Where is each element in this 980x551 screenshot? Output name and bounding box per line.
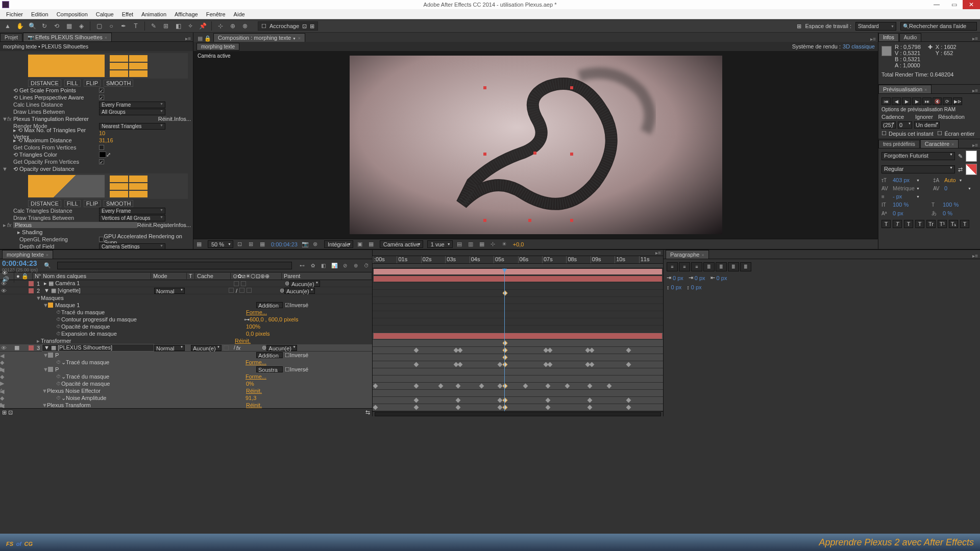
minimize-button[interactable]: — — [928, 0, 945, 9]
zoom-slider[interactable] — [375, 412, 661, 416]
panel-menu-icon[interactable]: ▸≡ — [868, 36, 878, 42]
first-frame-button[interactable]: ⏮ — [881, 97, 891, 105]
curve-smooth[interactable]: SMOOTH — [104, 80, 133, 87]
snapshot-icon[interactable]: 📷 — [302, 241, 309, 247]
prop-opacite[interactable]: Opacité de masque — [61, 323, 246, 330]
parent-dd[interactable]: Aucun(e) — [284, 288, 315, 294]
twirl-icon[interactable]: ▼ — [43, 366, 48, 372]
text-tool-icon[interactable]: T — [131, 21, 140, 31]
val-max-tri[interactable]: 10 — [99, 130, 105, 136]
val-max-dist[interactable]: 31,16 — [99, 137, 113, 143]
fx-triangulation[interactable]: Plexus Triangulation Renderer — [13, 116, 158, 122]
handle[interactable] — [570, 153, 573, 156]
rect-tool-icon[interactable]: ▢ — [94, 21, 104, 31]
tl-ico6[interactable]: ⊕ — [352, 262, 359, 269]
dd-calc-lines[interactable]: Every Frame — [99, 102, 165, 108]
col-parent[interactable]: Parent — [282, 273, 372, 279]
tab-preview[interactable]: Prévisualisation× — [878, 85, 932, 93]
alpha-icon[interactable]: ▣ — [357, 241, 364, 247]
eye-icon[interactable]: 👁 — [1, 345, 6, 351]
prev-frame-button[interactable]: ◀ — [892, 97, 901, 105]
curve-fill[interactable]: FILL — [64, 80, 81, 87]
stopwatch-icon[interactable]: ⏱ — [56, 310, 61, 315]
curve-flip[interactable]: FLIP — [84, 200, 101, 207]
layer-color[interactable] — [29, 345, 34, 350]
color-swatch[interactable] — [99, 152, 106, 158]
layer-name-2[interactable]: ▼ ▦ [vignette] — [42, 287, 154, 294]
camera-dropdown[interactable]: Caméra active — [380, 240, 423, 248]
opacite-val[interactable]: 100% — [246, 323, 260, 330]
hscale-val[interactable]: 100 % — [943, 202, 963, 208]
style-sub[interactable]: T¹ — [938, 220, 947, 228]
curve-flip[interactable]: FLIP — [84, 80, 101, 87]
fast-preview-icon[interactable]: ▥ — [468, 241, 475, 247]
grid-icon[interactable]: ⊞ — [249, 241, 256, 247]
checkbox-get-opacity[interactable] — [99, 159, 104, 164]
menu-animation[interactable]: Animation — [137, 11, 170, 17]
handle[interactable] — [528, 219, 531, 222]
stroke-color[interactable] — [966, 164, 977, 175]
brush-tool-icon[interactable]: ✎ — [149, 21, 158, 31]
tab-project[interactable]: Projet — [0, 33, 22, 41]
tab-info[interactable]: Infos — [878, 33, 899, 41]
justify-center[interactable]: ≣ — [716, 262, 727, 271]
curve-smooth[interactable]: SMOOTH — [104, 200, 133, 207]
guides-icon[interactable]: ▦ — [260, 241, 267, 247]
comp-subtab[interactable]: morphing texte — [197, 43, 239, 51]
reinit-link[interactable]: Réinit. — [246, 402, 262, 408]
eye-icon[interactable]: 👁 — [1, 288, 6, 294]
cb-inverse[interactable]: ☐ — [285, 366, 290, 373]
prop-masques[interactable]: Masques — [41, 295, 235, 301]
tl-ico3[interactable]: ◧ — [320, 262, 327, 269]
tab-character[interactable]: Caractère× — [920, 139, 959, 148]
flowchart-icon[interactable]: ⊹ — [491, 241, 498, 247]
prop-trace[interactable]: Tracé du masque — [61, 309, 246, 315]
twirl-icon[interactable]: ▸ — [2, 222, 7, 229]
snap-opt1-icon[interactable]: ⊡ — [302, 23, 307, 30]
search-icon[interactable]: 🔍 — [44, 262, 51, 269]
camera-tool-icon[interactable]: ▦ — [64, 21, 74, 31]
cb-ecran[interactable]: ☐ — [937, 130, 942, 137]
opacite-val[interactable]: 0% — [246, 381, 254, 387]
tracks[interactable] — [373, 268, 663, 411]
prop-trace[interactable]: Tracé du masque — [66, 373, 246, 380]
menu-calque[interactable]: Calque — [92, 11, 118, 17]
time-ruler[interactable]: :00s 01s 02s 03s 04s 05s 06s 07s 08s 09s… — [373, 256, 663, 264]
eraser-tool-icon[interactable]: ◧ — [174, 21, 183, 31]
col-mode[interactable]: Mode — [151, 273, 187, 279]
magnify-icon[interactable]: ▦ — [197, 241, 204, 247]
panel-menu-icon[interactable]: ▸≡ — [970, 142, 980, 148]
style-smallcaps[interactable]: T — [915, 220, 924, 228]
panel-menu-icon[interactable]: ▸≡ — [970, 88, 980, 93]
prop-noise-amp[interactable]: Noise Amplitude — [66, 395, 246, 401]
style-bold[interactable]: T — [881, 220, 891, 228]
puppet-tool-icon[interactable]: 📌 — [198, 21, 207, 31]
anchor-tool-icon[interactable]: ◈ — [77, 21, 86, 31]
maximize-button[interactable]: ▭ — [945, 0, 963, 9]
indent-val[interactable]: 0 px — [695, 275, 705, 281]
pickwhip-icon[interactable]: ⊚ — [280, 287, 284, 294]
twirl-icon[interactable]: ▼ — [36, 295, 41, 301]
col-cache[interactable]: Cache — [195, 273, 231, 279]
roto-tool-icon[interactable]: ✧ — [186, 21, 195, 31]
layer-name-1[interactable]: ▸ ▦ Caméra 1 — [42, 280, 154, 287]
fx-plexus[interactable]: Plexus — [13, 222, 137, 228]
curve-distance[interactable]: DISTANCE — [28, 80, 61, 87]
parent-dd[interactable]: Aucun(e) — [289, 281, 320, 287]
vscale-val[interactable]: 100 % — [893, 202, 913, 208]
link-infos[interactable]: Infos... — [174, 222, 191, 228]
tracking-val[interactable]: 0 — [944, 185, 965, 191]
stopwatch-icon[interactable]: ⏱ — [56, 360, 61, 365]
mute-button[interactable]: 🔇 — [933, 97, 942, 105]
justify-right[interactable]: ≣ — [728, 262, 739, 271]
nav-back-icon[interactable]: ▦ 🔒 — [195, 35, 213, 42]
twirl-icon[interactable]: ▼ — [43, 302, 48, 308]
stamp-tool-icon[interactable]: ⊞ — [161, 21, 170, 31]
indent-val[interactable]: 0 px — [717, 275, 727, 281]
mask-mode-dd[interactable]: Soustra — [256, 366, 283, 372]
next-frame-button[interactable]: ▶ — [912, 97, 921, 105]
checkbox-get-colors[interactable] — [99, 145, 104, 150]
panel-menu-icon[interactable]: ▸≡ — [970, 36, 980, 41]
dd-calc-tri[interactable]: Every Frame — [99, 208, 165, 214]
col-nom[interactable]: Nom des calques — [41, 273, 151, 279]
